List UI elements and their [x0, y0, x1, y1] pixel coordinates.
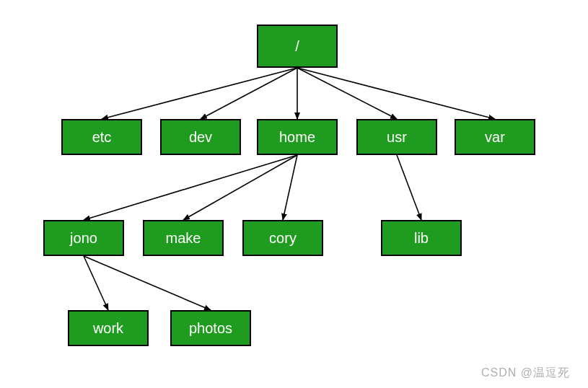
tree-node-usr: usr: [356, 119, 437, 155]
tree-node-label: work: [93, 320, 123, 337]
edge-root-to-var: [297, 68, 495, 119]
edge-jono-to-work: [84, 256, 108, 310]
edge-home-to-make: [183, 155, 297, 220]
tree-node-label: make: [166, 230, 201, 247]
tree-node-label: cory: [269, 230, 297, 247]
edge-home-to-cory: [283, 155, 297, 220]
tree-node-make: make: [143, 220, 224, 256]
tree-node-work: work: [68, 310, 149, 346]
tree-node-label: lib: [414, 230, 429, 247]
tree-node-label: usr: [387, 129, 407, 146]
tree-node-var: var: [455, 119, 535, 155]
tree-node-photos: photos: [170, 310, 251, 346]
tree-node-home: home: [257, 119, 338, 155]
tree-node-label: /: [295, 38, 299, 55]
tree-node-label: photos: [189, 320, 232, 337]
tree-node-cory: cory: [242, 220, 323, 256]
edge-usr-to-lib: [397, 155, 421, 220]
tree-node-label: home: [279, 129, 315, 146]
tree-node-dev: dev: [160, 119, 241, 155]
edge-jono-to-photos: [84, 256, 211, 310]
edge-root-to-usr: [297, 68, 397, 119]
edge-home-to-jono: [84, 155, 297, 220]
edge-root-to-etc: [102, 68, 297, 119]
tree-node-jono: jono: [43, 220, 124, 256]
tree-node-etc: etc: [61, 119, 142, 155]
edge-root-to-dev: [201, 68, 297, 119]
tree-node-lib: lib: [381, 220, 462, 256]
tree-node-root: /: [257, 25, 338, 68]
tree-node-label: var: [485, 129, 505, 146]
tree-node-label: jono: [70, 230, 97, 247]
tree-node-label: etc: [92, 129, 112, 146]
watermark-text: CSDN @温逗死: [481, 366, 570, 381]
tree-node-label: dev: [189, 129, 212, 146]
